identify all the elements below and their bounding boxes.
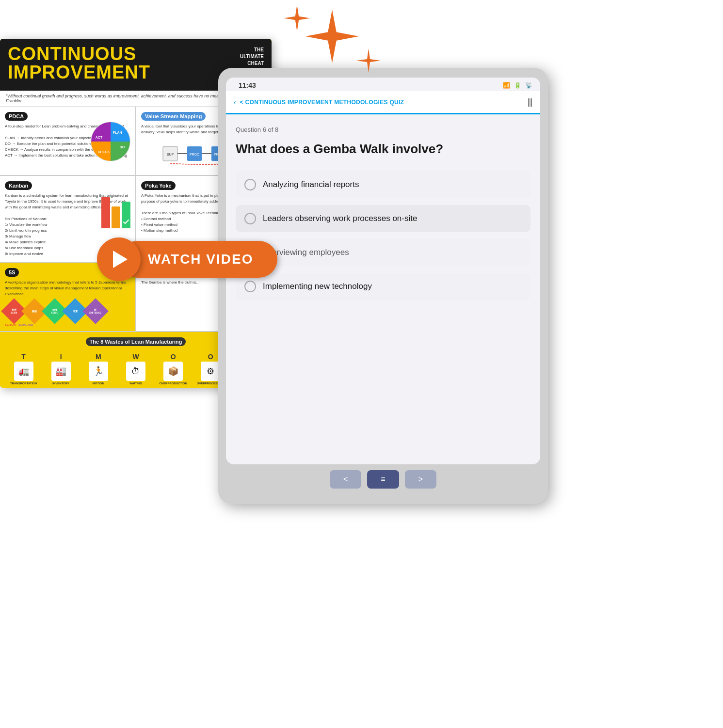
nav-menu-button[interactable]: ≡ bbox=[367, 470, 399, 489]
quiz-title-text: < CONTINUOUS IMPROVEMENT METHODOLOGIES Q… bbox=[238, 99, 404, 106]
quiz-option-4[interactable]: Implementing new technology bbox=[236, 273, 530, 300]
back-chevron-icon: ‹ bbox=[234, 98, 236, 106]
quiz-header: ‹ < CONTINUOUS IMPROVEMENT METHODOLOGIES… bbox=[226, 91, 540, 114]
quiz-back-label[interactable]: ‹ < CONTINUOUS IMPROVEMENT METHODOLOGIES… bbox=[234, 98, 404, 106]
vsm-title: Value Stream Mapping bbox=[141, 112, 206, 121]
pokayoke-title: Poka Yoke bbox=[141, 181, 176, 190]
tablet-bottom-bar: < ≡ > bbox=[226, 464, 540, 494]
play-circle-button[interactable] bbox=[97, 237, 141, 281]
quiz-option-1[interactable]: Analyzing financial reports bbox=[236, 171, 530, 198]
watch-video-button[interactable]: WATCH VIDEO bbox=[119, 241, 277, 278]
option-text-4: Implementing new technology bbox=[263, 282, 372, 291]
pdca-circle-diagram: PLAN DO CHECK ACT bbox=[90, 121, 131, 162]
waste-item-w: W ⏱ WAITING bbox=[118, 353, 153, 385]
nav-forward-button[interactable]: > bbox=[405, 470, 436, 489]
quiz-progress: Question 6 of 8 bbox=[236, 126, 530, 133]
kanban-title: Kanban bbox=[5, 181, 32, 190]
tablet-device: 11:43 📶 🔋 📡 ‹ < CONTINUOUS IMPROVEMENT M… bbox=[218, 68, 548, 504]
svg-text:CHECK: CHECK bbox=[98, 150, 110, 154]
option-text-1: Analyzing financial reports bbox=[263, 180, 359, 190]
waste-item-m: M 🏃 MOTION bbox=[80, 353, 116, 385]
wifi-icon: 📡 bbox=[525, 82, 532, 89]
option-radio-4 bbox=[244, 281, 256, 292]
pause-icon[interactable]: || bbox=[528, 97, 532, 107]
option-text-2: Leaders observing work processes on-site bbox=[263, 214, 417, 223]
svg-text:DO: DO bbox=[120, 145, 125, 149]
quiz-option-3[interactable]: Interviewing employees bbox=[236, 239, 530, 266]
nav-back-button[interactable]: < bbox=[330, 470, 361, 489]
svg-text:PLAN: PLAN bbox=[112, 131, 122, 134]
pdca-section: PDCA A four-step model for Lean problem-… bbox=[0, 107, 135, 175]
status-time: 11:43 bbox=[239, 81, 256, 89]
infographic-title: CONTINUOUS IMPROVEMENT bbox=[8, 45, 236, 81]
small-sparkle-icon-2 bbox=[356, 48, 381, 73]
quiz-body: Question 6 of 8 What does a Gemba Walk i… bbox=[226, 114, 540, 464]
sparkle-decoration bbox=[281, 5, 388, 82]
large-sparkle-icon bbox=[305, 10, 359, 63]
signal-icon: 📶 bbox=[503, 82, 510, 89]
wastes-title: The 8 Wastes of Lean Manufacturing bbox=[86, 337, 186, 346]
quiz-question: What does a Gemba Walk involve? bbox=[236, 141, 530, 158]
quiz-option-2[interactable]: Leaders observing work processes on-site bbox=[236, 205, 530, 232]
pdca-title: PDCA bbox=[5, 112, 28, 121]
small-sparkle-icon-1 bbox=[284, 5, 310, 32]
fives-title: 5S bbox=[5, 268, 19, 277]
play-triangle-icon bbox=[113, 251, 128, 268]
svg-text:SUP: SUP bbox=[166, 153, 174, 156]
battery-icon: 🔋 bbox=[514, 82, 521, 89]
option-radio-1 bbox=[244, 179, 256, 190]
waste-item-o1: O 📦 OVERPRODUCTION bbox=[156, 353, 191, 385]
fives-body: A workplace organization methodology tha… bbox=[5, 280, 130, 297]
waste-item-i: I 🏭 INVENTORY bbox=[43, 353, 79, 385]
option-radio-2 bbox=[244, 213, 256, 224]
svg-text:PROC: PROC bbox=[189, 153, 199, 156]
svg-text:ACT: ACT bbox=[96, 136, 103, 139]
waste-item-t: T 🚛 TRANSPORTATION bbox=[6, 353, 41, 385]
watch-video-overlay[interactable]: WATCH VIDEO bbox=[97, 237, 277, 281]
